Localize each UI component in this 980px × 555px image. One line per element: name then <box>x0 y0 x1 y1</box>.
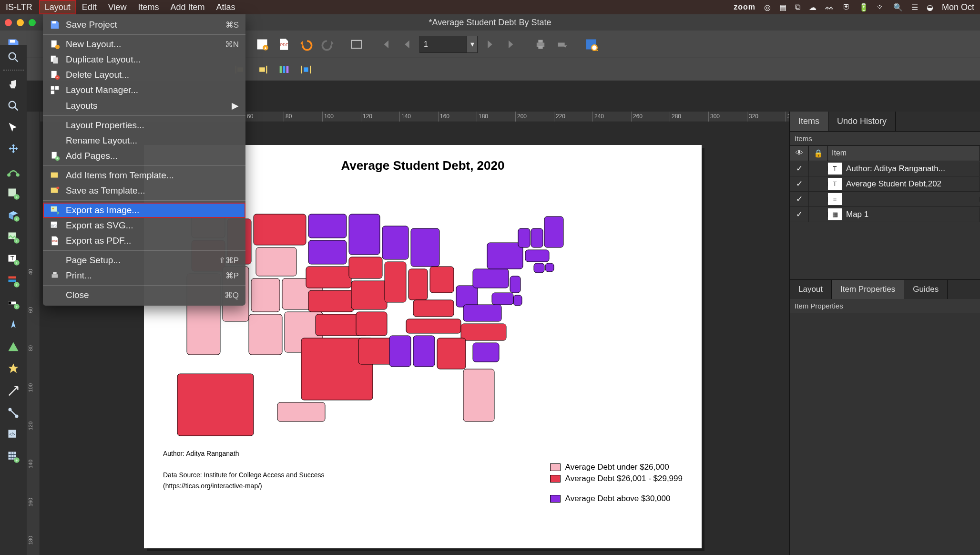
menu-edit[interactable]: Edit <box>76 0 102 14</box>
menu-item-page-setup[interactable]: Page Setup...⇧⌘P <box>43 253 245 268</box>
zoom-tool-icon[interactable] <box>4 48 23 67</box>
map-legend: Average Debt under $26,000Average Debt $… <box>550 462 683 505</box>
svg-text:−: − <box>56 75 58 80</box>
menu-item-add-pages[interactable]: +Add Pages... <box>43 148 245 164</box>
visibility-toggle[interactable]: ✓ <box>790 161 809 176</box>
chevron-down-icon[interactable]: ▾ <box>467 36 478 53</box>
lock-toggle[interactable] <box>809 212 828 217</box>
pan-tool-icon[interactable] <box>4 74 23 93</box>
lock-toggle[interactable] <box>809 182 828 186</box>
state-ak <box>177 374 254 436</box>
add-shape-icon[interactable] <box>4 338 23 357</box>
move-item-icon[interactable] <box>4 140 23 159</box>
edit-nodes-icon[interactable] <box>4 162 23 181</box>
distribute-hor-icon[interactable] <box>275 60 294 79</box>
menu-item-close[interactable]: Close⌘Q <box>43 288 245 303</box>
export-pdf-icon[interactable]: PDF <box>275 35 294 54</box>
state-in <box>408 269 428 300</box>
menu-item-rename-layout[interactable]: Rename Layout... <box>43 133 245 148</box>
add-html-icon[interactable]: </> <box>4 425 23 444</box>
add-nodeitem-icon[interactable] <box>4 403 23 422</box>
menu-item-export-as-svg[interactable]: SVGExport as SVG... <box>43 218 245 233</box>
menu-item-layout-properties[interactable]: Layout Properties... <box>43 118 245 133</box>
add-table-icon[interactable]: + <box>4 447 23 466</box>
align-right-icon[interactable] <box>253 60 272 79</box>
menu-item-add-items-from-template[interactable]: Add Items from Template... <box>43 168 245 183</box>
close-window-button[interactable] <box>5 19 12 26</box>
state-mo <box>351 281 387 309</box>
layout-item-row[interactable]: ✓TAverage Student Debt,202 <box>790 176 980 192</box>
tab-item-properties[interactable]: Item Properties <box>832 280 904 299</box>
zoom-window-button[interactable] <box>29 19 36 26</box>
atlas-preview-icon[interactable] <box>582 35 601 54</box>
control-center-icon[interactable]: ☰ <box>911 3 918 12</box>
select-tool-icon[interactable] <box>4 118 23 137</box>
tab-guides[interactable]: Guides <box>904 280 948 299</box>
tab-items[interactable]: Items <box>790 112 828 131</box>
add-legend-icon[interactable]: + <box>4 272 23 291</box>
svg-rect-63 <box>55 86 59 90</box>
zoom-tool2-icon[interactable] <box>4 96 23 115</box>
menu-item-new-layout[interactable]: New Layout...⌘N <box>43 37 245 52</box>
add-image-icon[interactable]: + <box>4 228 23 247</box>
add-3dmap-icon[interactable]: + <box>4 206 23 225</box>
last-page-icon[interactable] <box>502 35 521 54</box>
menu-item-save-project[interactable]: Save Project⌘S <box>43 17 245 32</box>
first-page-icon[interactable] <box>376 35 395 54</box>
undo-icon[interactable] <box>296 35 316 54</box>
state-me <box>544 216 563 247</box>
menu-item-layouts[interactable]: Layouts▶ <box>43 98 245 113</box>
user-icon: ◒ <box>927 3 933 12</box>
print-dropdown-icon[interactable] <box>553 35 572 54</box>
layout-item-row[interactable]: ✓▦Map 1 <box>790 207 980 222</box>
page-number-field[interactable]: ▾ <box>419 36 478 53</box>
next-page-icon[interactable] <box>480 35 500 54</box>
svg-text:</>: </> <box>10 432 15 437</box>
legend-label: Average Debt under $26,000 <box>565 462 669 472</box>
menu-atlas[interactable]: Atlas <box>211 0 241 14</box>
tab-undo-history[interactable]: Undo History <box>828 112 896 131</box>
menu-item-delete-layout[interactable]: −Delete Layout... <box>43 67 245 82</box>
visibility-toggle[interactable]: ✓ <box>790 176 809 191</box>
distribute-vert-icon[interactable] <box>296 60 316 79</box>
add-scalebar-icon[interactable]: + <box>4 294 23 313</box>
layout-item-row[interactable]: ✓TAuthor: Aditya Ranganath... <box>790 161 980 176</box>
add-map-icon[interactable]: + <box>4 184 23 203</box>
items-header: 👁 🔒 Item <box>790 146 980 161</box>
menu-item-layout-manager[interactable]: Layout Manager... <box>43 82 245 98</box>
save-icon <box>50 20 60 30</box>
add-arrow-icon[interactable] <box>4 381 23 401</box>
author-label: Author: Aditya Ranganath <box>163 448 325 459</box>
menu-view[interactable]: View <box>102 0 133 14</box>
spotlight-icon[interactable]: 🔍 <box>893 3 903 12</box>
lock-toggle[interactable] <box>809 166 828 171</box>
redo-icon[interactable] <box>318 35 337 54</box>
ruler-tick: 100 <box>28 383 33 392</box>
add-label-icon[interactable]: T+ <box>4 250 23 269</box>
svg-rect-9 <box>538 46 542 49</box>
menu-items[interactable]: Items <box>132 0 164 14</box>
menubar-clock[interactable]: Mon Oct <box>942 2 974 12</box>
layout-item-row[interactable]: ✓≡ <box>790 192 980 207</box>
visibility-toggle[interactable]: ✓ <box>790 192 809 206</box>
menu-add-item[interactable]: Add Item <box>164 0 210 14</box>
svg-rect-44 <box>9 302 11 305</box>
menu-item-export-as-image[interactable]: Export as Image... <box>43 203 245 218</box>
menu-item-duplicate-layout[interactable]: Duplicate Layout... <box>43 52 245 67</box>
page-number-input[interactable] <box>419 36 467 53</box>
lock-toggle[interactable] <box>809 197 828 202</box>
add-northarrow-icon[interactable] <box>4 316 23 335</box>
zoom-full-icon[interactable] <box>347 35 366 54</box>
prev-page-icon[interactable] <box>398 35 417 54</box>
menu-layout[interactable]: Layout <box>39 0 76 14</box>
new-layout-icon[interactable]: ★ <box>253 35 272 54</box>
state-ri <box>545 263 554 272</box>
minimize-window-button[interactable] <box>17 19 24 26</box>
menu-item-save-as-template[interactable]: Save as Template... <box>43 183 245 198</box>
tab-layout[interactable]: Layout <box>790 280 832 299</box>
visibility-toggle[interactable]: ✓ <box>790 207 809 222</box>
print-icon[interactable] <box>531 35 550 54</box>
menu-item-export-as-pdf[interactable]: PDFExport as PDF... <box>43 233 245 248</box>
add-marker-icon[interactable] <box>4 360 23 379</box>
menu-item-print[interactable]: Print...⌘P <box>43 268 245 283</box>
